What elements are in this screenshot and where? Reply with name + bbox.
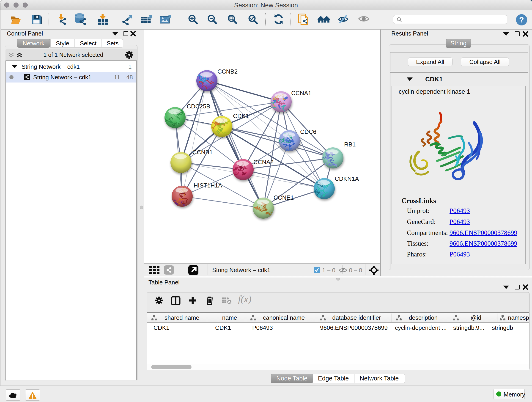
svg-text:CDC6: CDC6	[300, 128, 317, 135]
svg-text:CCNA2: CCNA2	[253, 159, 273, 166]
svg-text:CCNB2: CCNB2	[217, 68, 238, 75]
svg-text:CCNE1: CCNE1	[273, 194, 294, 201]
svg-text:CDC25B: CDC25B	[187, 103, 210, 110]
svg-text:CCNA1: CCNA1	[291, 89, 311, 96]
svg-text:RB1: RB1	[344, 141, 356, 148]
svg-text:CCNB1: CCNB1	[192, 149, 213, 156]
svg-text:CDKN1A: CDKN1A	[335, 175, 359, 182]
svg-text:CDK1: CDK1	[233, 113, 249, 119]
svg-text:HIST1H1A: HIST1H1A	[194, 182, 222, 189]
